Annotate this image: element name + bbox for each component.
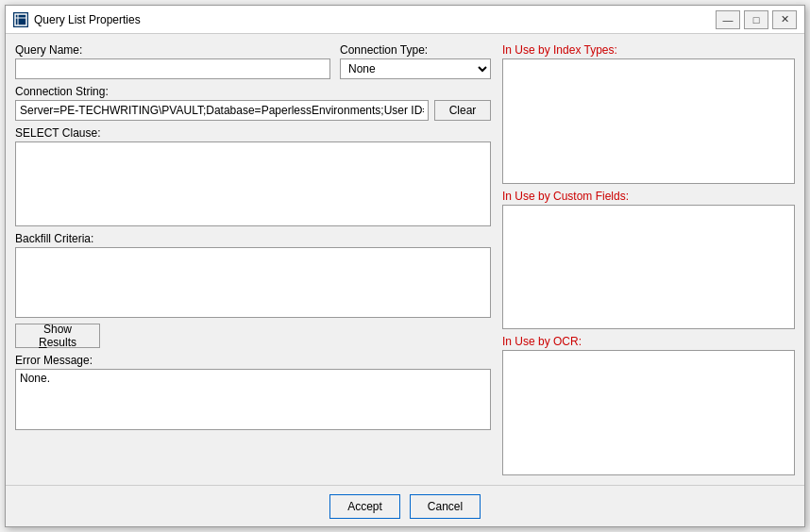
right-panel: In Use by Index Types: In Use by Custom …	[502, 43, 795, 475]
backfill-criteria-textarea[interactable]	[15, 247, 491, 318]
select-clause-textarea[interactable]	[15, 141, 491, 226]
error-message-label: Error Message:	[15, 354, 491, 367]
query-name-input[interactable]	[15, 58, 330, 79]
accept-button[interactable]: Accept	[329, 494, 400, 519]
custom-fields-section: In Use by Custom Fields:	[502, 190, 795, 330]
top-row: Query Name: Connection Type: None SQL Se…	[15, 43, 491, 79]
error-message-textarea[interactable]: None.	[15, 369, 491, 430]
index-types-label: In Use by Index Types:	[502, 43, 795, 57]
connection-type-label: Connection Type:	[340, 43, 491, 57]
window-title: Query List Properties	[34, 13, 716, 26]
connection-string-input[interactable]	[15, 100, 429, 121]
close-button[interactable]: ✕	[772, 10, 797, 29]
index-types-textarea[interactable]	[502, 58, 795, 184]
connection-string-row: Clear	[15, 100, 491, 121]
select-clause-label: SELECT Clause:	[15, 126, 491, 140]
show-results-label: Show Results	[24, 323, 92, 349]
clear-button[interactable]: Clear	[434, 100, 491, 121]
query-name-group: Query Name:	[15, 43, 330, 79]
left-panel: Query Name: Connection Type: None SQL Se…	[15, 43, 491, 475]
footer: Accept Cancel	[6, 485, 804, 526]
ocr-label: In Use by OCR:	[502, 335, 795, 348]
window-icon	[13, 12, 28, 27]
title-bar: Query List Properties — □ ✕	[6, 6, 804, 34]
maximize-button[interactable]: □	[744, 10, 768, 29]
custom-fields-textarea[interactable]	[502, 205, 795, 330]
title-bar-controls: — □ ✕	[716, 10, 797, 29]
svg-rect-0	[15, 14, 26, 25]
connection-type-group: Connection Type: None SQL Server Oracle …	[340, 43, 491, 79]
cancel-button[interactable]: Cancel	[410, 494, 481, 519]
main-content: Query Name: Connection Type: None SQL Se…	[6, 34, 804, 485]
connection-string-group: Connection String: Clear	[15, 85, 491, 121]
connection-type-select[interactable]: None SQL Server Oracle ODBC	[340, 58, 491, 79]
minimize-button[interactable]: —	[716, 10, 740, 29]
error-message-group: Error Message: None.	[15, 354, 491, 430]
query-list-properties-window: Query List Properties — □ ✕ Query Name: …	[5, 5, 805, 527]
index-types-section: In Use by Index Types:	[502, 43, 795, 184]
ocr-textarea[interactable]	[502, 350, 795, 475]
query-name-label: Query Name:	[15, 43, 330, 57]
custom-fields-label: In Use by Custom Fields:	[502, 190, 795, 203]
connection-string-label: Connection String:	[15, 85, 491, 98]
show-results-button[interactable]: Show Results	[15, 324, 100, 348]
show-results-container: Show Results	[15, 324, 491, 348]
ocr-section: In Use by OCR:	[502, 335, 795, 475]
select-clause-group: SELECT Clause:	[15, 126, 491, 226]
backfill-criteria-group: Backfill Criteria:	[15, 232, 491, 318]
backfill-criteria-label: Backfill Criteria:	[15, 232, 491, 245]
